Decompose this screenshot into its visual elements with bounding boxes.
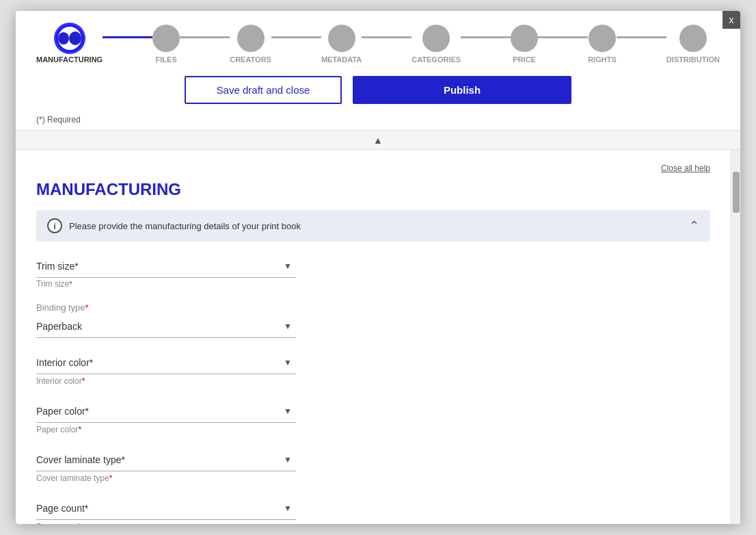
step-creators[interactable]: CREATORS <box>230 25 271 64</box>
trim-size-sublabel: Trim size* <box>36 280 72 288</box>
collapse-info-button[interactable]: ⌃ <box>689 218 699 233</box>
binding-type-select-wrapper: Paperback ▼ <box>36 315 296 338</box>
info-icon: i <box>47 218 62 233</box>
step-circle-distribution <box>679 25 707 52</box>
connector-2 <box>180 36 230 38</box>
trim-size-select-wrapper: Trim size* ▼ <box>36 255 296 278</box>
page-count-select[interactable]: Page count* <box>36 497 296 519</box>
info-banner: i Please provide the manufacturing detai… <box>36 210 710 242</box>
step-label-creators: CREATORS <box>230 55 271 64</box>
step-circle-manufacturing <box>56 25 83 52</box>
main-content: Close all help MANUFACTURING i Please pr… <box>16 150 740 524</box>
step-label-price: PRICE <box>513 55 536 64</box>
connector-5 <box>461 36 511 38</box>
connector-7 <box>617 36 666 38</box>
step-manufacturing[interactable]: MANUFACTURING <box>36 25 103 64</box>
step-label-metadata: METADATA <box>321 55 362 64</box>
step-circle-categories <box>422 25 450 52</box>
wizard-steps: MANUFACTURING FILES CREATORS METADATA CA <box>36 25 720 64</box>
binding-type-label: Binding type* <box>36 302 296 313</box>
connector-4 <box>362 36 411 38</box>
step-label-categories: CATEGORIES <box>411 55 461 64</box>
publish-button[interactable]: Publish <box>353 76 571 104</box>
step-circle-rights <box>589 25 616 52</box>
connector-1 <box>103 36 152 38</box>
binding-type-select[interactable]: Paperback <box>36 315 296 337</box>
wizard-actions: Save draft and close Publish <box>36 76 720 115</box>
scroll-up-button[interactable]: ▲ <box>373 135 383 146</box>
paper-color-select-wrapper: Paper color* ▼ <box>36 400 296 423</box>
wizard-area: MANUFACTURING FILES CREATORS METADATA CA <box>16 11 740 131</box>
step-price[interactable]: PRICE <box>511 25 538 64</box>
step-metadata[interactable]: METADATA <box>321 25 362 64</box>
modal-container: x MANUFACTURING FILES CREATORS <box>16 11 740 524</box>
step-rights[interactable]: RIGHTS <box>588 25 617 64</box>
step-distribution[interactable]: DISTRIBUTION <box>666 25 720 64</box>
step-label-files: FILES <box>156 55 177 64</box>
close-button[interactable]: x <box>723 11 740 29</box>
connector-6 <box>538 36 588 38</box>
step-circle-creators <box>237 25 265 52</box>
paper-color-field: Paper color* ▼ Paper color* <box>36 400 296 435</box>
required-note: (*) Required <box>36 115 720 130</box>
paper-color-select[interactable]: Paper color* <box>36 400 296 422</box>
right-scrollbar <box>731 150 740 524</box>
info-banner-text: Please provide the manufacturing details… <box>69 221 301 231</box>
cover-laminate-select[interactable]: Cover laminate type* <box>36 449 296 471</box>
step-circle-metadata <box>328 25 355 52</box>
step-files[interactable]: FILES <box>152 25 180 64</box>
step-label-distribution: DISTRIBUTION <box>666 55 720 64</box>
interior-color-field: Interior color* ▼ Interior color* <box>36 352 296 387</box>
save-draft-button[interactable]: Save draft and close <box>185 76 342 104</box>
cover-laminate-type-field: Cover laminate type* ▼ Cover laminate ty… <box>36 449 296 484</box>
page-count-label: Page count <box>36 522 78 524</box>
step-categories[interactable]: CATEGORIES <box>411 25 461 64</box>
page-count-field: Page count* ▼ Page count* <box>36 497 296 524</box>
page-title: MANUFACTURING <box>36 180 710 199</box>
cover-laminate-select-wrapper: Cover laminate type* ▼ <box>36 449 296 471</box>
step-label-rights: RIGHTS <box>588 55 617 64</box>
scrollbar-thumb[interactable] <box>733 172 740 213</box>
trim-size-field: Trim size* ▼ Trim size* <box>36 255 296 289</box>
scroll-up-area: ▲ <box>16 131 740 150</box>
info-banner-left: i Please provide the manufacturing detai… <box>47 218 301 233</box>
cover-laminate-label: Cover laminate type <box>36 473 109 483</box>
scrollable-area[interactable]: Close all help MANUFACTURING i Please pr… <box>16 150 731 524</box>
close-all-help-link[interactable]: Close all help <box>661 164 710 173</box>
binding-type-field: Binding type* Paperback ▼ <box>36 302 296 338</box>
trim-size-select[interactable]: Trim size* <box>36 255 296 277</box>
interior-color-label: Interior color <box>36 376 82 386</box>
connector-3 <box>271 36 321 38</box>
step-circle-files <box>152 25 180 52</box>
interior-color-select[interactable]: Interior color* <box>36 352 296 374</box>
step-label-manufacturing: MANUFACTURING <box>36 55 103 64</box>
paper-color-label: Paper color <box>36 425 78 434</box>
page-count-select-wrapper: Page count* ▼ <box>36 497 296 520</box>
interior-color-select-wrapper: Interior color* ▼ <box>36 352 296 374</box>
step-circle-price <box>511 25 538 52</box>
